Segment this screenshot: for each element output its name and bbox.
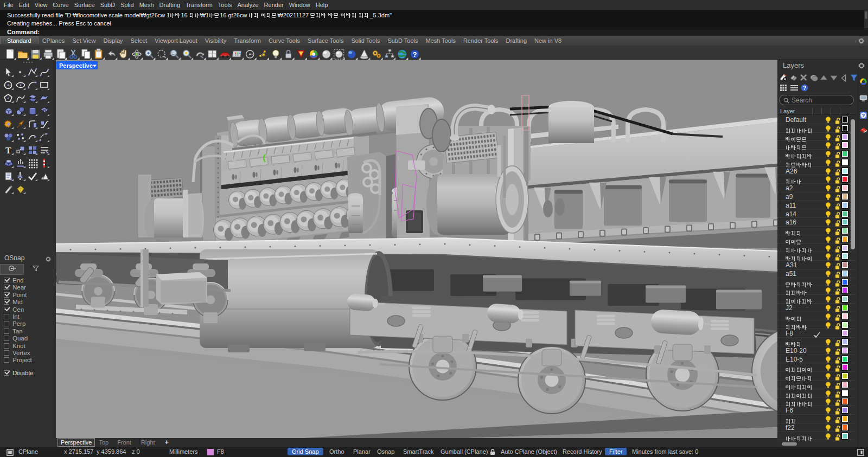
svg-text:T: T [5, 146, 11, 155]
svg-text:?: ? [803, 85, 806, 91]
svg-text:?: ? [413, 50, 417, 59]
svg-text:Perspective: Perspective [59, 62, 93, 69]
svg-text:?: ? [862, 113, 865, 118]
